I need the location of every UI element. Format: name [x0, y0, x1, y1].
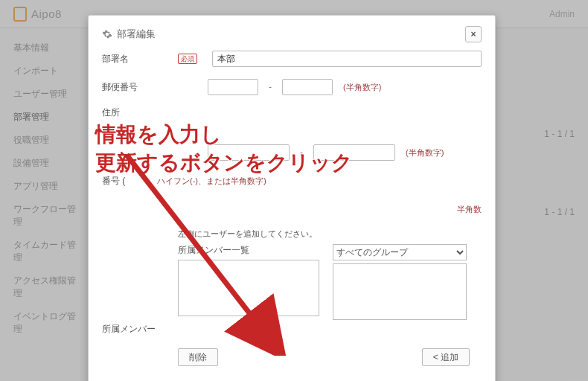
input-unknown-2[interactable]	[313, 144, 395, 161]
label-name: 部署名	[102, 53, 167, 65]
label-phone: 番号 (	[102, 175, 147, 188]
hint-postal: (半角数字)	[343, 82, 381, 93]
member-instruction: 左側にユーザーを追加してください。	[178, 228, 482, 240]
group-select[interactable]: すべてのグループ	[333, 244, 467, 260]
member-list-title: 所属メンバー一覧	[178, 244, 319, 257]
input-postal-2[interactable]	[282, 79, 333, 95]
input-name[interactable]	[212, 51, 482, 67]
hint-unknown: (半角数字)	[406, 147, 444, 159]
input-postal-1[interactable]	[208, 79, 258, 95]
input-unknown-1[interactable]	[208, 144, 290, 161]
hint-hannum2: 半角数	[457, 204, 482, 215]
gear-icon	[102, 29, 112, 39]
modal-title-row: 部署編集	[102, 28, 156, 41]
close-icon: ×	[470, 29, 476, 39]
label-postal: 郵便番号	[102, 81, 167, 94]
label-address: 住所	[102, 106, 167, 119]
add-button[interactable]: < 追加	[422, 348, 470, 366]
modal-edit-department: 部署編集 × 部署名 必須 郵便番号 - (半角数字) 住所 - (半角数字) …	[88, 15, 496, 381]
required-badge: 必須	[178, 54, 197, 64]
group-user-listbox[interactable]	[333, 263, 467, 320]
member-listbox[interactable]	[178, 260, 319, 316]
close-button[interactable]: ×	[465, 26, 482, 42]
modal-title: 部署編集	[117, 28, 156, 41]
delete-button[interactable]: 削除	[178, 348, 218, 366]
label-members: 所属メンバー	[102, 323, 167, 336]
postal-sep: -	[269, 82, 272, 92]
hint-hyphen: ハイフン(-)、または半角数字)	[157, 176, 266, 187]
